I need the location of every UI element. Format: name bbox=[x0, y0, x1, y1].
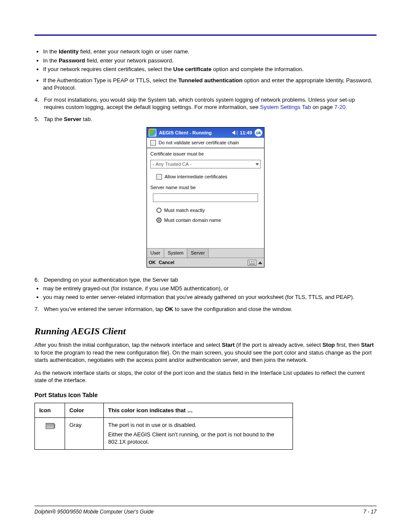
no-validate-label: Do not validate server certificate chain bbox=[159, 140, 239, 146]
port-table-title: Port Status Icon Table bbox=[34, 391, 377, 399]
tab-user[interactable]: User bbox=[147, 249, 164, 258]
list-item: may be entirely grayed-out (for instance… bbox=[43, 285, 377, 292]
step-number: 5. bbox=[34, 115, 44, 123]
list-item: you may need to enter server-related inf… bbox=[43, 293, 377, 301]
match-exactly-label: Must match exactly bbox=[164, 207, 205, 214]
step-6-intro: Depending on your authentication type, t… bbox=[44, 276, 178, 284]
list-item: In the Password field, enter your networ… bbox=[43, 57, 377, 65]
footer-title: Dolphin® 9500/9550 Mobile Computer User'… bbox=[34, 509, 154, 515]
ok-button[interactable]: ok bbox=[255, 129, 262, 137]
running-para-1: After you finish the initial configurati… bbox=[34, 341, 377, 364]
speaker-icon bbox=[232, 131, 235, 135]
signal-icon: ⦚ bbox=[236, 130, 238, 136]
footer-page: 7 - 17 bbox=[363, 509, 377, 515]
col-color: Color bbox=[65, 403, 104, 418]
server-name-label: Server name must be bbox=[147, 182, 264, 192]
aegis-screenshot: AEGIS Client - Running ⦚ 11:49 ok Do not… bbox=[146, 127, 265, 268]
running-heading: Running AEGIS Client bbox=[34, 325, 377, 338]
intermediate-label: Allow intermediate certificates bbox=[165, 174, 227, 180]
keyboard-icon[interactable] bbox=[248, 260, 256, 266]
list-item: If the Authentication Type is PEAP or TT… bbox=[43, 77, 377, 92]
issuer-label: Certificate issuer must be bbox=[147, 148, 264, 158]
page-link[interactable]: 7-20. bbox=[334, 104, 347, 110]
footer-ok-button[interactable]: OK bbox=[149, 260, 156, 265]
contain-domain-label: Must contain domain name bbox=[164, 217, 221, 224]
system-settings-link[interactable]: System Settings Tab bbox=[260, 104, 311, 110]
step-number: 7. bbox=[34, 305, 44, 313]
server-name-input[interactable] bbox=[153, 193, 258, 202]
cell-desc: The port is not in use or is disabled. E… bbox=[104, 418, 293, 450]
tab-server[interactable]: Server bbox=[187, 249, 209, 258]
window-title: AEGIS Client - Running bbox=[159, 130, 230, 136]
issuer-select[interactable]: - Any Trusted CA - bbox=[150, 160, 261, 168]
tab-system[interactable]: System bbox=[164, 249, 187, 258]
running-para-2: As the network interface starts or stops… bbox=[34, 369, 377, 384]
col-icon: Icon bbox=[35, 403, 65, 418]
step-7-text: When you've entered the server informati… bbox=[44, 305, 292, 313]
intermediate-checkbox[interactable] bbox=[156, 174, 162, 180]
match-exactly-radio[interactable] bbox=[156, 208, 162, 213]
no-validate-checkbox[interactable] bbox=[150, 140, 156, 146]
port-gray-icon bbox=[46, 423, 54, 429]
clock: 11:49 bbox=[240, 130, 252, 136]
list-item: If your network requires client certific… bbox=[43, 65, 377, 73]
chevron-up-icon[interactable] bbox=[258, 261, 262, 264]
step-number: 6. bbox=[34, 276, 44, 284]
col-desc: This color icon indicates that … bbox=[104, 403, 293, 418]
table-row: Gray The port is not in use or is disabl… bbox=[35, 418, 293, 450]
step-number: 4. bbox=[34, 96, 44, 111]
step-5-text: Tap the Server tab. bbox=[44, 115, 92, 123]
port-status-table: Icon Color This color icon indicates tha… bbox=[34, 403, 293, 450]
list-item: In the Identity field, enter your networ… bbox=[43, 48, 377, 56]
contain-domain-radio[interactable] bbox=[156, 218, 162, 223]
identity-bullets: In the Identity field, enter your networ… bbox=[34, 48, 377, 92]
chevron-down-icon bbox=[255, 163, 259, 165]
cell-color: Gray bbox=[65, 418, 104, 450]
windows-logo-icon bbox=[149, 129, 156, 137]
footer-cancel-button[interactable]: Cancel bbox=[159, 260, 174, 265]
step-4-text: For most installations, you would skip t… bbox=[44, 96, 377, 111]
window-titlebar: AEGIS Client - Running ⦚ 11:49 ok bbox=[147, 128, 264, 138]
